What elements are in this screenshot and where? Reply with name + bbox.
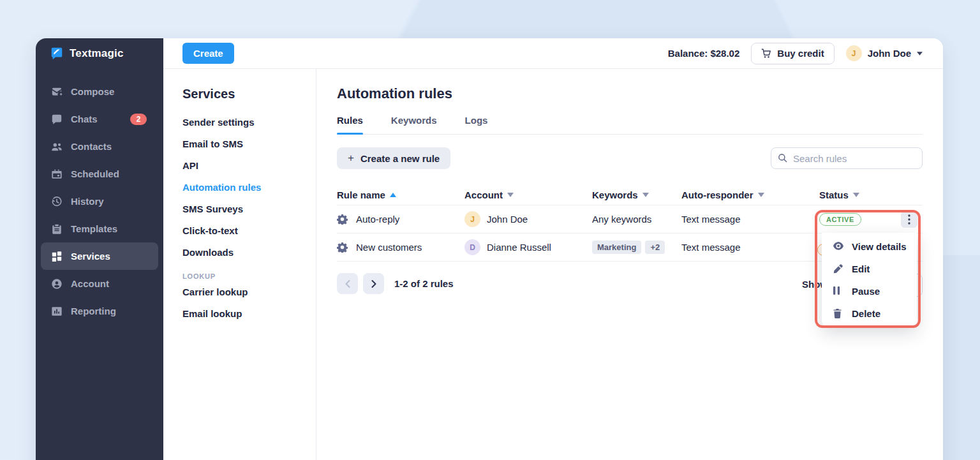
pencil-icon [833, 264, 843, 274]
cart-icon [761, 48, 771, 59]
tab-logs[interactable]: Logs [465, 115, 488, 134]
menu-item-pause[interactable]: Pause [822, 280, 917, 302]
account-icon [51, 278, 63, 290]
submenu-title: Services [182, 87, 316, 101]
compose-icon [51, 86, 63, 98]
table-row[interactable]: Auto-reply J John Doe Any keywords Text … [337, 205, 923, 234]
tab-keywords[interactable]: Keywords [391, 115, 437, 134]
sidebar-item-chats[interactable]: Chats 2 [36, 105, 163, 133]
account-avatar: D [464, 239, 480, 255]
textmagic-logo-icon [50, 47, 64, 61]
chevron-down-icon [758, 193, 764, 197]
column-header-account[interactable]: Account [464, 189, 592, 200]
search-input[interactable] [771, 147, 923, 169]
column-header-keywords[interactable]: Keywords [592, 189, 681, 200]
pagination-range-label: 1-2 of 2 rules [394, 278, 454, 289]
sidebar-item-label: Chats [71, 114, 98, 124]
menu-item-label: Pause [852, 286, 880, 297]
topbar-right-group: Balance: $28.02 Buy credit J John Doe [668, 43, 923, 64]
balance-label: Balance: $28.02 [668, 48, 740, 59]
sidebar-item-compose[interactable]: Compose [36, 78, 163, 105]
sidebar-item-services[interactable]: Services [41, 242, 158, 270]
submenu-item-downloads[interactable]: Downloads [182, 247, 316, 258]
status-cell: ACTIVE [814, 211, 923, 228]
search-icon [778, 153, 787, 163]
keywords-cell: Marketing +2 [592, 241, 681, 254]
trash-icon [833, 309, 843, 319]
row-actions-menu: View details Edit Pause Delete [822, 233, 917, 326]
submenu-item-click-to-text[interactable]: Click-to-text [182, 225, 316, 237]
pause-icon [833, 286, 843, 297]
buy-credit-label: Buy credit [777, 48, 824, 59]
submenu-item-sender-settings[interactable]: Sender settings [182, 117, 316, 128]
sidebar-item-label: Templates [71, 223, 117, 234]
eye-icon [833, 242, 843, 252]
buy-credit-button[interactable]: Buy credit [751, 43, 834, 64]
submenu-item-email-to-sms[interactable]: Email to SMS [182, 138, 316, 150]
sidebar-item-label: Account [71, 278, 109, 289]
chevron-down-icon [507, 193, 514, 197]
column-header-auto-responder[interactable]: Auto-responder [681, 189, 814, 200]
user-menu[interactable]: J John Doe [846, 45, 923, 61]
sidebar-item-label: History [71, 196, 104, 207]
keywords-cell: Any keywords [592, 214, 681, 225]
create-new-rule-label: Create a new rule [360, 153, 440, 164]
toolbar: + Create a new rule [337, 147, 923, 169]
next-page-button[interactable] [363, 273, 384, 294]
row-actions-kebab-button[interactable] [901, 211, 917, 228]
sidebar-item-label: Reporting [71, 306, 116, 316]
user-avatar: J [846, 45, 862, 61]
sidebar-item-account[interactable]: Account [36, 270, 163, 297]
create-button[interactable]: Create [182, 43, 234, 64]
submenu-item-api[interactable]: API [182, 160, 316, 172]
account-cell: J John Doe [464, 211, 592, 227]
submenu-item-sms-surveys[interactable]: SMS Surveys [182, 204, 316, 215]
prev-page-button[interactable] [337, 273, 358, 294]
sidebar-item-contacts[interactable]: Contacts [36, 133, 163, 160]
scheduled-icon [51, 168, 63, 180]
account-name: Dianne Russell [487, 242, 551, 253]
submenu-item-carrier-lookup[interactable]: Carrier lookup [182, 286, 316, 298]
sidebar-item-label: Compose [71, 86, 114, 97]
menu-item-edit[interactable]: Edit [822, 258, 917, 280]
page-title: Automation rules [337, 85, 923, 102]
sidebar-item-templates[interactable]: Templates [36, 215, 163, 242]
sidebar-item-label: Services [71, 251, 110, 262]
sidebar-item-history[interactable]: History [36, 188, 163, 215]
menu-item-label: Delete [852, 308, 880, 319]
services-submenu: Services Sender settings Email to SMS AP… [163, 69, 316, 460]
submenu-item-email-lookup[interactable]: Email lookup [182, 308, 316, 320]
gear-icon [337, 214, 348, 225]
app-window: Textmagic Compose Chats 2 Contacts [36, 38, 943, 460]
chevron-down-icon [853, 193, 859, 197]
sidebar-item-label: Scheduled [71, 168, 119, 179]
gear-icon [337, 242, 348, 253]
chevron-down-icon [917, 52, 923, 56]
chats-icon [51, 114, 63, 125]
status-badge: ACTIVE [819, 213, 861, 226]
responder-cell: Text message [681, 214, 814, 225]
responder-cell: Text message [681, 242, 814, 253]
column-header-status[interactable]: Status [814, 189, 923, 200]
chats-unread-badge: 2 [130, 114, 147, 125]
sidebar-item-scheduled[interactable]: Scheduled [36, 160, 163, 188]
rule-name: New customers [356, 242, 422, 253]
tab-rules[interactable]: Rules [337, 115, 363, 134]
sidebar-item-reporting[interactable]: Reporting [36, 297, 163, 325]
menu-item-view-details[interactable]: View details [822, 235, 917, 258]
create-new-rule-button[interactable]: + Create a new rule [337, 147, 450, 169]
sort-asc-icon [390, 193, 396, 197]
submenu-item-automation-rules[interactable]: Automation rules [182, 182, 316, 193]
search-wrap [771, 147, 923, 169]
primary-nav: Compose Chats 2 Contacts Scheduled [36, 78, 163, 325]
menu-item-delete[interactable]: Delete [822, 302, 917, 325]
services-icon [51, 251, 63, 262]
keyword-tag: Marketing [592, 241, 641, 254]
menu-item-label: Edit [852, 263, 870, 274]
table-header-row: Rule name Account Keywords [337, 184, 923, 205]
user-name: John Doe [868, 48, 911, 59]
rule-name-cell: New customers [337, 242, 464, 253]
column-header-rule-name[interactable]: Rule name [337, 189, 464, 200]
primary-sidebar: Textmagic Compose Chats 2 Contacts [36, 38, 163, 460]
templates-icon [51, 223, 63, 235]
